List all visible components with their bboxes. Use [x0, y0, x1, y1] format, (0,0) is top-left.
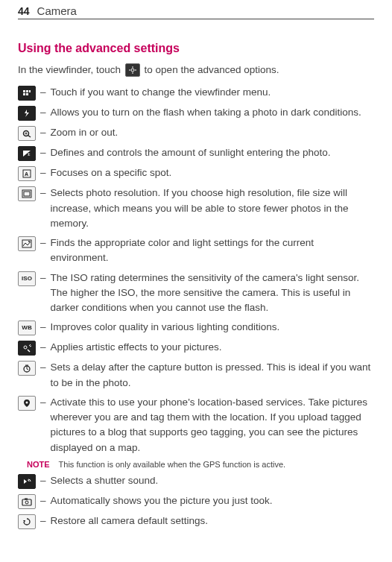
setting-description: Defines and controls the amount of sunli…	[51, 145, 374, 160]
svg-point-0	[131, 69, 134, 72]
svg-line-30	[27, 369, 28, 370]
page-header: 44 Camera	[18, 0, 374, 19]
setting-row: –Touch if you want to change the viewfin…	[18, 85, 374, 101]
setting-row: A–Focuses on a specific spot.	[18, 165, 374, 181]
note-row: NOTE This function is only available whe…	[27, 460, 374, 469]
setting-description: Allows you to turn on the flash when tak…	[51, 105, 374, 120]
setting-row: –Applies artistic effects to your pictur…	[18, 340, 374, 356]
setting-row: –Restore all camera default settings.	[18, 514, 374, 529]
setting-row: WB–Improves color quality in various lig…	[18, 320, 374, 335]
dash: –	[40, 320, 46, 335]
setting-description: Focuses on a specific spot.	[51, 165, 374, 180]
setting-description: Activate this to use your phone's locati…	[51, 395, 374, 455]
svg-rect-34	[22, 499, 31, 505]
resolution-icon	[18, 186, 36, 201]
setting-description: Restore all camera default settings.	[51, 514, 374, 528]
svg-point-36	[25, 501, 28, 504]
setting-description: Selects a shutter sound.	[51, 473, 374, 488]
setting-row: –Finds the appropriate color and light s…	[18, 236, 374, 266]
timer-icon	[18, 361, 36, 376]
setting-row: –Selects a shutter sound.	[18, 473, 374, 489]
dash: –	[40, 145, 46, 160]
geo-icon	[18, 396, 36, 411]
review-icon	[18, 494, 36, 509]
exposure-icon: ±	[18, 146, 36, 161]
svg-rect-23	[24, 192, 30, 196]
svg-text:A: A	[25, 171, 28, 177]
shutter-icon	[18, 474, 36, 489]
wb-icon: WB	[18, 321, 36, 335]
intro-line: In the viewfinder, touch to open the adv…	[18, 63, 374, 78]
svg-rect-9	[23, 93, 25, 95]
setting-description: Improves color quality in various lighti…	[51, 320, 374, 335]
flash-icon	[18, 106, 36, 121]
setting-description: Sets a delay after the capture button is…	[51, 360, 374, 391]
svg-line-14	[28, 136, 31, 138]
svg-rect-24	[22, 240, 31, 247]
setting-row: –Zoom in or out.	[18, 125, 374, 141]
note-label: NOTE	[27, 460, 50, 469]
scene-icon	[18, 236, 36, 251]
dash: –	[40, 271, 46, 285]
setting-row: –Activate this to use your phone's locat…	[18, 395, 374, 455]
focus-icon: A	[18, 166, 36, 181]
chapter-title: Camera	[37, 4, 77, 17]
setting-row: –Sets a delay after the capture button i…	[18, 360, 374, 391]
note-text: This function is only available when the…	[59, 460, 286, 469]
svg-rect-6	[23, 90, 25, 92]
dash: –	[40, 473, 46, 488]
intro-before: In the viewfinder, touch	[18, 64, 124, 75]
setting-description: Automatically shows you the picture you …	[51, 493, 374, 508]
svg-rect-7	[26, 90, 28, 92]
setting-row: ±–Defines and controls the amount of sun…	[18, 145, 374, 161]
setting-description: Applies artistic effects to your picture…	[51, 340, 374, 355]
grid-icon	[18, 86, 36, 101]
dash: –	[40, 165, 46, 180]
intro-after: to open the advanced options.	[142, 64, 279, 75]
setting-row: –Selects photo resolution. If you choose…	[18, 186, 374, 231]
setting-description: Zoom in or out.	[51, 125, 374, 140]
setting-description: The ISO rating determines the sensitivit…	[51, 271, 374, 316]
setting-row: –Automatically shows you the picture you…	[18, 493, 374, 509]
iso-icon: ISO	[18, 271, 36, 286]
reset-icon	[18, 514, 36, 529]
dash: –	[40, 125, 46, 140]
gear-icon	[125, 63, 140, 77]
dash: –	[40, 493, 46, 508]
setting-row: ISO–The ISO rating determines the sensit…	[18, 271, 374, 316]
setting-description: Touch if you want to change the viewfind…	[51, 85, 374, 100]
dash: –	[40, 85, 46, 100]
svg-point-32	[26, 401, 28, 403]
dash: –	[40, 340, 46, 355]
setting-description: Finds the appropriate color and light se…	[51, 236, 374, 266]
dash: –	[40, 395, 46, 410]
dash: –	[40, 514, 46, 528]
dash: –	[40, 105, 46, 120]
effects-icon	[18, 341, 36, 356]
setting-row: –Allows you to turn on the flash when ta…	[18, 105, 374, 121]
section-title: Using the advanced settings	[18, 42, 374, 55]
svg-rect-8	[29, 90, 31, 92]
dash: –	[40, 236, 46, 250]
page-number: 44	[18, 5, 30, 17]
zoom-icon	[18, 126, 36, 141]
svg-rect-10	[26, 93, 28, 95]
svg-point-25	[28, 241, 30, 242]
setting-description: Selects photo resolution. If you choose …	[51, 186, 374, 231]
svg-rect-35	[25, 498, 28, 499]
dash: –	[40, 360, 46, 375]
dash: –	[40, 186, 46, 201]
